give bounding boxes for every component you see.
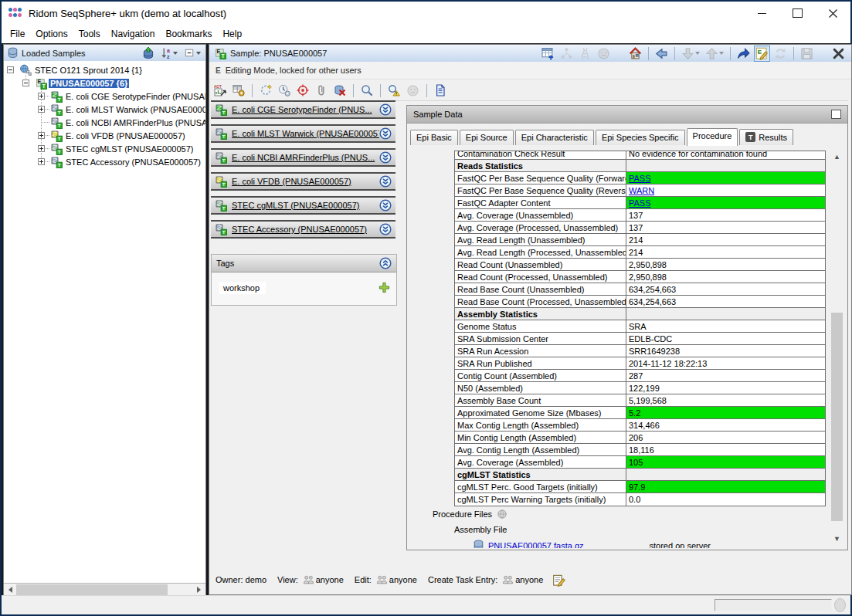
tree-row[interactable]: TE. coli MLST Warwick (PNUSAE000057 (50, 103, 205, 116)
tag-value[interactable]: workshop (219, 282, 266, 294)
task-accordion-link[interactable]: STEC Accessory (PNUSAE000057) (232, 225, 379, 234)
scroll-right-icon[interactable] (193, 584, 205, 595)
row-value-link[interactable]: WARN (629, 186, 654, 195)
chart-export-icon[interactable]: AGT (212, 83, 228, 98)
home-icon[interactable] (627, 46, 643, 62)
save-icon[interactable] (799, 46, 815, 62)
report-icon[interactable] (433, 83, 448, 98)
note-edit-icon[interactable] (552, 574, 565, 587)
chevron-double-down-icon[interactable] (379, 151, 392, 164)
collapse-icon[interactable] (7, 66, 14, 73)
task-accordion-link[interactable]: E. coli CGE SerotypeFinder (PNUS... (232, 105, 379, 114)
sort-az-icon[interactable]: az (159, 46, 179, 60)
scroll-up-icon[interactable]: ▲ (830, 151, 844, 163)
samples-tree: STEC O121 Sprout 2014 {1}ETPNUSAE000057 … (4, 61, 205, 584)
refresh-icon[interactable] (772, 46, 789, 62)
chevron-double-down-icon[interactable] (379, 223, 392, 235)
edit-mode-icon[interactable]: E (754, 46, 770, 62)
maximize-button[interactable] (779, 2, 815, 25)
tree-row[interactable]: TE. coli CGE SerotypeFinder (PNUSAE0 (50, 90, 205, 103)
close-button[interactable] (815, 2, 850, 25)
tree-horizontal-scrollbar[interactable] (4, 583, 205, 596)
tree-row[interactable]: ETPNUSAE000057 {6} (35, 76, 205, 90)
tab-epi-basic[interactable]: Epi Basic (410, 130, 458, 145)
expand-icon[interactable] (38, 158, 45, 165)
recompute-icon[interactable] (258, 83, 273, 98)
task-accordion-link[interactable]: STEC cgMLST (PNUSAE000057) (232, 201, 379, 210)
task-accordion-header[interactable]: TE. coli MLST Warwick (PNUSAE000057) (211, 124, 395, 143)
expand-icon[interactable] (38, 106, 45, 113)
tree-row[interactable]: TE. coli VFDB (PNUSAE000057) (50, 129, 205, 142)
expand-icon[interactable] (38, 132, 45, 139)
search-icon[interactable] (359, 83, 375, 98)
task-accordion-link[interactable]: E. coli MLST Warwick (PNUSAE000057) (232, 129, 379, 138)
add-tag-icon[interactable] (378, 282, 390, 293)
menu-item-tools[interactable]: Tools (73, 27, 106, 41)
sample-data-scrollbar[interactable]: ▲ ▼ (830, 151, 844, 545)
assembly-file-row: Assembly File (454, 525, 507, 534)
expand-icon[interactable] (38, 93, 45, 100)
collapse-chevron-icon[interactable] (379, 257, 392, 269)
tree-view-icon[interactable] (558, 46, 575, 62)
menu-item-file[interactable]: File (5, 27, 30, 41)
tab-epi-source[interactable]: Epi Source (460, 130, 514, 145)
task-accordion-header[interactable]: TE. coli NCBI AMRFinderPlus (PNUS... (211, 148, 395, 167)
toolbar-separator (674, 47, 675, 60)
menu-item-help[interactable]: Help (217, 27, 247, 41)
chevron-double-down-icon[interactable] (379, 127, 392, 140)
status-circle-icon[interactable] (596, 46, 612, 62)
paperclip-icon[interactable] (314, 83, 329, 98)
maximize-panel-icon[interactable] (831, 110, 841, 119)
scroll-left-icon[interactable] (5, 584, 16, 595)
task-accordion-header[interactable]: TSTEC cgMLST (PNUSAE000057) (211, 196, 395, 215)
row-value-link[interactable]: PASS (629, 174, 651, 183)
move-down-icon[interactable] (680, 46, 701, 62)
row-value-link[interactable]: PASS (629, 198, 651, 208)
globe-icon[interactable] (497, 509, 507, 520)
task-accordion-link[interactable]: E. coli VFDB (PNUSAE000057) (232, 177, 379, 186)
task-accordion-header[interactable]: TE. coli VFDB (PNUSAE000057) (211, 172, 395, 191)
tab-epi-species-specific[interactable]: Epi Species Specific (596, 130, 685, 145)
expand-icon[interactable] (38, 145, 45, 152)
export-table-icon[interactable] (540, 46, 556, 62)
scrollbar-thumb[interactable] (831, 313, 843, 522)
tree-row[interactable]: TE. coli NCBI AMRFinderPlus (PNUSAE0 (50, 116, 205, 129)
minimize-button[interactable] (744, 2, 779, 25)
tab-results[interactable]: TResults (739, 129, 793, 145)
tree-row[interactable]: TSTEC cgMLST (PNUSAE000057) (50, 142, 205, 155)
menu-item-options[interactable]: Options (30, 27, 73, 41)
menu-item-bookmarks[interactable]: Bookmarks (160, 27, 217, 41)
close-icon[interactable] (830, 46, 847, 62)
task-accordion-link[interactable]: E. coli NCBI AMRFinderPlus (PNUS... (232, 153, 379, 162)
task-accordion-header[interactable]: TSTEC Accessory (PNUSAE000057) (211, 220, 395, 239)
assembly-file-link[interactable]: PNUSAE000057.fasta.gz (488, 541, 584, 549)
search-warning-icon[interactable] (386, 83, 402, 98)
chevron-double-down-icon[interactable] (379, 199, 392, 212)
move-up-icon[interactable] (704, 46, 725, 62)
scrollbar-thumb[interactable] (16, 584, 168, 595)
menu-item-navigation[interactable]: Navigation (106, 27, 161, 41)
clock-gear-icon[interactable] (277, 83, 292, 98)
back-arrow-icon[interactable] (653, 46, 670, 62)
tags-header[interactable]: Tags (212, 255, 396, 272)
table-section-row: Assembly Statistics (455, 308, 825, 320)
collapse-all-icon[interactable] (182, 46, 202, 60)
project-icon (19, 64, 32, 76)
database-upload-icon[interactable] (141, 46, 156, 61)
scroll-down-icon[interactable]: ▼ (830, 533, 844, 545)
chevron-double-down-icon[interactable] (379, 175, 392, 188)
tree-row[interactable]: TSTEC Accessory (PNUSAE000057) (50, 155, 205, 168)
tab-epi-characteristic[interactable]: Epi Characteristic (515, 130, 594, 145)
jump-icon[interactable] (735, 46, 752, 62)
status-circle-icon[interactable] (405, 83, 421, 99)
database-delete-icon[interactable] (332, 83, 348, 98)
tab-procedure[interactable]: Procedure (687, 128, 738, 146)
target-icon[interactable] (295, 83, 311, 98)
table-gear-icon[interactable] (231, 83, 246, 98)
row-value: 2,950,898 (626, 259, 825, 270)
tree-row[interactable]: STEC O121 Sprout 2014 {1} (19, 63, 205, 76)
dna-icon[interactable] (577, 46, 593, 62)
task-accordion-header[interactable]: TE. coli CGE SerotypeFinder (PNUS... (211, 100, 395, 119)
chevron-double-down-icon[interactable] (379, 103, 392, 116)
collapse-icon[interactable] (22, 80, 29, 86)
